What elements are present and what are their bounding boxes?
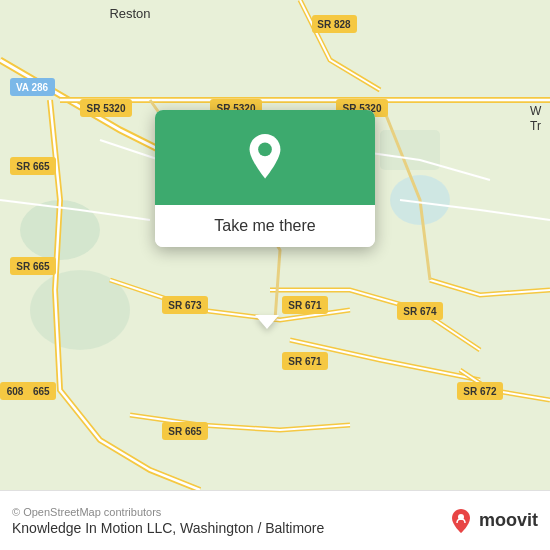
location-pin-icon — [241, 134, 289, 182]
popup-arrow — [255, 315, 279, 329]
svg-text:SR 665: SR 665 — [16, 261, 50, 272]
svg-text:608: 608 — [7, 386, 24, 397]
svg-text:Reston: Reston — [109, 6, 150, 21]
location-popup: Take me there — [155, 110, 375, 247]
take-me-there-button[interactable]: Take me there — [155, 205, 375, 247]
svg-text:Tr: Tr — [530, 119, 541, 133]
moovit-logo: moovit — [447, 507, 538, 535]
svg-text:SR 665: SR 665 — [168, 426, 202, 437]
svg-text:SR 665: SR 665 — [16, 161, 50, 172]
svg-text:VA 286: VA 286 — [16, 82, 49, 93]
footer-left: © OpenStreetMap contributors Knowledge I… — [12, 506, 324, 536]
svg-text:SR 673: SR 673 — [168, 300, 202, 311]
footer: © OpenStreetMap contributors Knowledge I… — [0, 490, 550, 550]
svg-text:SR 672: SR 672 — [463, 386, 497, 397]
svg-text:SR 674: SR 674 — [403, 306, 437, 317]
popup-header — [155, 110, 375, 205]
svg-text:W: W — [530, 104, 542, 118]
moovit-brand-icon — [447, 507, 475, 535]
svg-text:SR 828: SR 828 — [317, 19, 351, 30]
svg-text:SR 671: SR 671 — [288, 356, 322, 367]
svg-text:SR 671: SR 671 — [288, 300, 322, 311]
svg-point-38 — [258, 142, 272, 156]
map-area: Reston SR 828 VA 286 SR 5320 SR 5320 SR … — [0, 0, 550, 490]
svg-text:SR 5320: SR 5320 — [87, 103, 126, 114]
moovit-text: moovit — [479, 510, 538, 531]
business-name: Knowledge In Motion LLC, Washington / Ba… — [12, 520, 324, 536]
copyright-text: © OpenStreetMap contributors — [12, 506, 324, 518]
